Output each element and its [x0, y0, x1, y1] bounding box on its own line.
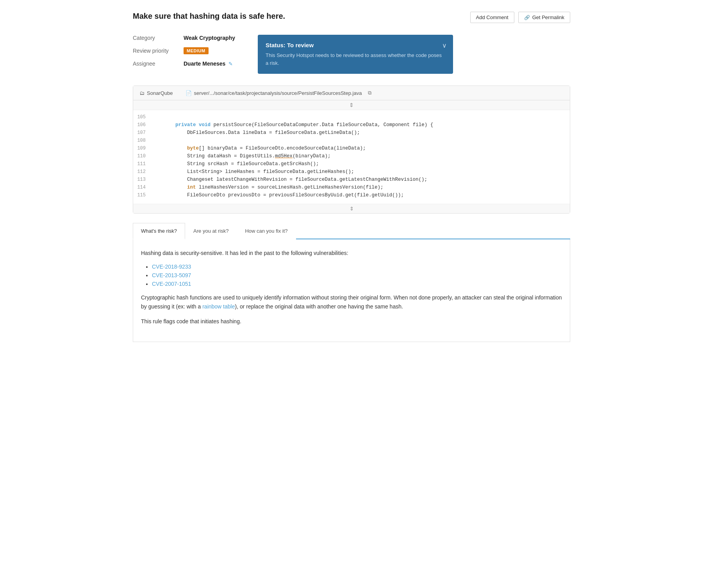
code-line: 112 List<String> lineHashes = fileSource… [133, 169, 570, 176]
tab-are-you-risk[interactable]: Are you at risk? [185, 223, 237, 239]
project-label: 🗂 SonarQube [139, 90, 173, 96]
priority-row: Review priority MEDIUM [133, 47, 242, 54]
header-actions: Add Comment 🔗 Get Permalink [470, 12, 570, 23]
edit-assignee-icon[interactable]: ✎ [228, 61, 233, 67]
assignee-label: Assignee [133, 61, 176, 67]
tab-how-fix[interactable]: How can you fix it? [237, 223, 296, 239]
assignee-row: Assignee Duarte Meneses ✎ [133, 61, 242, 67]
code-block: 105 106 private void persistSource(FileS… [133, 110, 570, 204]
cve-link-2[interactable]: CVE-2013-5097 [152, 272, 191, 278]
chevron-down-icon[interactable]: ∨ [442, 42, 447, 49]
code-line: 107 DbFileSources.Data lineData = fileSo… [133, 130, 570, 137]
priority-label: Review priority [133, 48, 176, 54]
copy-path-icon[interactable]: ⧉ [368, 90, 371, 96]
expand-top-icon: ⇕ [349, 102, 354, 108]
file-path: 📄 server/.../sonar/ce/task/projectanalys… [186, 90, 362, 96]
expand-code-top[interactable]: ⇕ [133, 100, 570, 110]
file-header: 🗂 SonarQube 📄 server/.../sonar/ce/task/p… [133, 86, 570, 100]
description-text-2: This rule flags code that initiates hash… [141, 317, 562, 326]
file-icon: 📄 [186, 90, 192, 96]
status-card: Status: To review This Security Hotspot … [258, 35, 453, 74]
file-section: 🗂 SonarQube 📄 server/.../sonar/ce/task/p… [133, 86, 570, 214]
assignee-value-row: Duarte Meneses ✎ [184, 61, 233, 67]
tabs-header: What's the risk? Are you at risk? How ca… [133, 223, 570, 239]
page-header: Make sure that hashing data is safe here… [133, 12, 570, 23]
description-after: ), or replace the original data with ano… [235, 303, 403, 310]
code-line: 108 [133, 137, 570, 145]
get-permalink-button[interactable]: 🔗 Get Permalink [518, 12, 570, 23]
status-card-title: Status: To review [266, 42, 445, 48]
cve-link-3[interactable]: CVE-2007-1051 [152, 281, 191, 287]
intro-text: Hashing data is security-sensitive. It h… [141, 249, 562, 257]
description-text-1: Cryptographic hash functions are used to… [141, 293, 562, 311]
page-title: Make sure that hashing data is safe here… [133, 12, 285, 21]
meta-section: Category Weak Cryptography Review priori… [133, 35, 570, 74]
tab-content-whats-risk: Hashing data is security-sensitive. It h… [133, 239, 570, 342]
code-line: 113 Changeset latestChangeWithRevision =… [133, 176, 570, 184]
add-comment-button[interactable]: Add Comment [470, 12, 514, 23]
meta-left: Category Weak Cryptography Review priori… [133, 35, 242, 73]
code-line: 105 [133, 114, 570, 122]
category-value: Weak Cryptography [184, 35, 235, 41]
rainbow-table-link[interactable]: rainbow table [202, 303, 235, 310]
vulnerability-list: CVE-2018-9233 CVE-2013-5097 CVE-2007-105… [141, 264, 562, 287]
code-line: 109 byte[] binaryData = FileSourceDto.en… [133, 145, 570, 153]
tab-whats-risk[interactable]: What's the risk? [133, 223, 185, 239]
tabs-section: What's the risk? Are you at risk? How ca… [133, 223, 570, 342]
list-item: CVE-2007-1051 [152, 281, 562, 287]
link-icon: 🔗 [524, 15, 530, 20]
category-label: Category [133, 35, 176, 41]
assignee-value: Duarte Meneses [184, 61, 225, 67]
code-line: 111 String srcHash = fileSourceData.getS… [133, 161, 570, 169]
expand-bottom-icon: ⇕ [350, 206, 354, 212]
priority-badge: MEDIUM [184, 47, 209, 54]
code-line: 114 int lineHashesVersion = sourceLinesH… [133, 184, 570, 192]
cve-link-1[interactable]: CVE-2018-9233 [152, 264, 191, 270]
status-card-body: This Security Hotspot needs to be review… [266, 52, 445, 67]
category-row: Category Weak Cryptography [133, 35, 242, 41]
code-line: 106 private void persistSource(FileSourc… [133, 122, 570, 130]
code-line: 115 FileSourceDto previousDto = previous… [133, 192, 570, 200]
list-item: CVE-2013-5097 [152, 272, 562, 278]
expand-code-bottom[interactable]: ⇕ [133, 204, 570, 213]
list-item: CVE-2018-9233 [152, 264, 562, 270]
code-line: 110 String dataHash = DigestUtils.md5Hex… [133, 153, 570, 161]
folder-icon: 🗂 [139, 90, 145, 96]
